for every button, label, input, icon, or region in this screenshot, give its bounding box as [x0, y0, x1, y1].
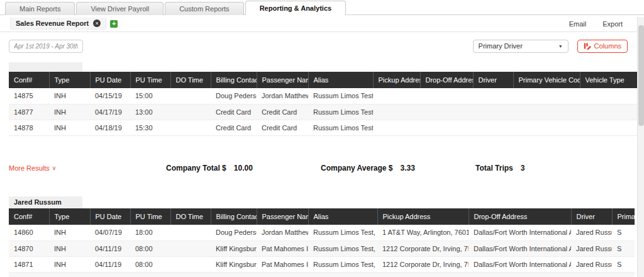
- cell: 14871: [9, 256, 49, 272]
- column-header-pickup-address[interactable]: Pickup Address: [377, 208, 469, 225]
- cell: 18:00: [130, 225, 170, 240]
- cell: Dallas/Fort Worth International Airport: [469, 240, 571, 256]
- cell: [580, 88, 637, 104]
- cell: 15:30: [130, 120, 170, 135]
- main-tab-bar: Main Reports View Driver Payroll Custom …: [0, 0, 644, 15]
- company-total: Company Total $10.00: [166, 164, 253, 172]
- more-results-link[interactable]: More Results ∨: [9, 164, 56, 172]
- cell: [170, 120, 211, 135]
- column-header-type[interactable]: Type: [49, 208, 90, 225]
- column-header-conf-[interactable]: Conf#: [9, 72, 49, 88]
- cell: 13:00: [130, 104, 170, 120]
- chevron-down-icon: ∨: [52, 165, 57, 171]
- column-header-primary-vehicle-code[interactable]: Primary Vehicle Code: [612, 208, 635, 225]
- column-header-pu-time[interactable]: PU Time: [130, 208, 170, 225]
- cell: Jared Russum: [571, 272, 612, 277]
- column-header-conf-[interactable]: Conf#: [9, 208, 49, 225]
- report-table-company: Conf#TypePU DatePU TimeDO TimeBilling Co…: [9, 72, 637, 136]
- column-header-passenger-name[interactable]: Passenger Name: [257, 208, 308, 225]
- column-header-vehicle-type[interactable]: Vehicle Type: [580, 72, 637, 88]
- tab-custom-reports[interactable]: Custom Reports: [165, 2, 243, 15]
- cell: 04/15/19: [90, 88, 130, 104]
- cell: 04/13/19: [90, 272, 130, 277]
- column-header-do-time[interactable]: DO Time: [170, 208, 211, 225]
- column-header-alias[interactable]: Alias: [308, 208, 377, 225]
- column-header-driver[interactable]: Driver: [571, 208, 612, 225]
- column-header-type[interactable]: Type: [49, 72, 90, 88]
- company-total-label: Company Total $: [166, 164, 226, 172]
- table-row[interactable]: 14877INH04/17/1913:00Credit CardCredit C…: [9, 104, 637, 120]
- cell: INH: [49, 225, 90, 240]
- column-header-driver[interactable]: Driver: [473, 72, 513, 88]
- cell: [170, 256, 211, 272]
- cell: Credit Card: [257, 104, 308, 120]
- cell: [373, 104, 420, 120]
- group-label-jared-russum: Jared Russum: [9, 196, 82, 208]
- columns-button[interactable]: Columns: [577, 40, 628, 53]
- column-header-pu-date[interactable]: PU Date: [90, 208, 130, 225]
- cell: Russum Limos Test, LLC: [308, 272, 377, 277]
- cell: Pat Mahomes II: [257, 272, 308, 277]
- close-report-icon[interactable]: ×: [93, 20, 101, 27]
- filter-toolbar: Primary Driver ▼ Columns: [0, 33, 644, 59]
- column-header-billing-contact[interactable]: Billing Contact: [211, 208, 257, 225]
- email-link[interactable]: Email: [569, 20, 587, 28]
- cell: INH: [49, 120, 90, 135]
- column-header-alias[interactable]: Alias: [308, 72, 373, 88]
- cell: Jared Russum: [571, 240, 612, 256]
- company-average-value: 3.33: [401, 164, 415, 172]
- column-header-billing-contact[interactable]: Billing Contact: [211, 72, 257, 88]
- column-header-passenger-name[interactable]: Passenger Name: [257, 72, 308, 88]
- cell: 04/11/19: [90, 240, 130, 256]
- cell: [170, 240, 211, 256]
- column-header-drop-off-address[interactable]: Drop-Off Address: [469, 208, 571, 225]
- cell: S: [612, 272, 635, 277]
- cell: 1212 Corporate Dr, Irving, 75038, US: [377, 256, 469, 272]
- group-label-company: [9, 62, 82, 72]
- cell: 04/17/19: [90, 104, 130, 120]
- vertical-scrollbar[interactable]: [637, 17, 644, 277]
- tab-view-driver-payroll[interactable]: View Driver Payroll: [76, 2, 164, 15]
- column-header-drop-off-address[interactable]: Drop-Off Address: [420, 72, 473, 88]
- cell: 08:00: [130, 256, 170, 272]
- cell: 1 AT&T Way, Arlington, 76011, US: [377, 225, 469, 240]
- group-by-selected-value: Primary Driver: [479, 42, 523, 50]
- cell: [473, 88, 513, 104]
- company-average: Company Average $3.33: [321, 164, 415, 172]
- columns-icon: [584, 42, 591, 50]
- cell: INH: [49, 256, 90, 272]
- column-header-pickup-address[interactable]: Pickup Address: [373, 72, 420, 88]
- export-link[interactable]: Export: [602, 20, 623, 28]
- column-header-pu-date[interactable]: PU Date: [90, 72, 130, 88]
- table-row[interactable]: 14872INH04/13/1908:00Kliff KingsburyPat …: [9, 272, 635, 277]
- cell: [513, 120, 580, 135]
- group-by-select[interactable]: Primary Driver ▼: [473, 40, 569, 53]
- column-header-pu-time[interactable]: PU Time: [130, 72, 170, 88]
- report-tab-bar: Sales Revenue Report × + Email Export: [0, 16, 644, 32]
- company-total-value: 10.00: [234, 164, 253, 172]
- report-tab-sales-revenue[interactable]: Sales Revenue Report ×: [10, 18, 106, 30]
- tab-main-reports[interactable]: Main Reports: [5, 2, 75, 15]
- cell: [373, 120, 420, 135]
- table-row[interactable]: 14871INH04/11/1908:00Kliff KingsburyPat …: [9, 256, 635, 272]
- table-row[interactable]: 14878INH04/18/1915:30Credit CardCredit C…: [9, 120, 637, 135]
- table-row[interactable]: 14860INH04/07/1918:00Doug PedersonJordan…: [9, 225, 635, 240]
- table-row[interactable]: 14875INH04/15/1915:00Doug PedersonJordan…: [9, 88, 637, 104]
- cell: [170, 104, 211, 120]
- cell: [513, 104, 580, 120]
- cell: Pat Mahomes II: [257, 256, 308, 272]
- scrollbar-thumb[interactable]: [638, 25, 644, 126]
- add-report-icon[interactable]: +: [110, 20, 118, 28]
- cell: Doug Pederson: [211, 225, 257, 240]
- cell: 14872: [9, 272, 49, 277]
- column-header-primary-vehicle-code[interactable]: Primary Vehicle Code: [513, 72, 580, 88]
- column-header-do-time[interactable]: DO Time: [170, 72, 211, 88]
- chevron-down-icon: ▼: [558, 44, 563, 48]
- reporting-analytics-window: Main Reports View Driver Payroll Custom …: [0, 0, 644, 277]
- cell: INH: [49, 240, 90, 256]
- more-results-label: More Results: [9, 164, 50, 172]
- cell: 1212 Corporate Dr, Irving, 75038, US: [377, 272, 469, 277]
- table-row[interactable]: 14870INH04/11/1908:00Kliff KingsburyPat …: [9, 240, 635, 256]
- date-range-input[interactable]: [9, 40, 83, 53]
- tab-reporting-analytics[interactable]: Reporting & Analytics: [245, 1, 347, 15]
